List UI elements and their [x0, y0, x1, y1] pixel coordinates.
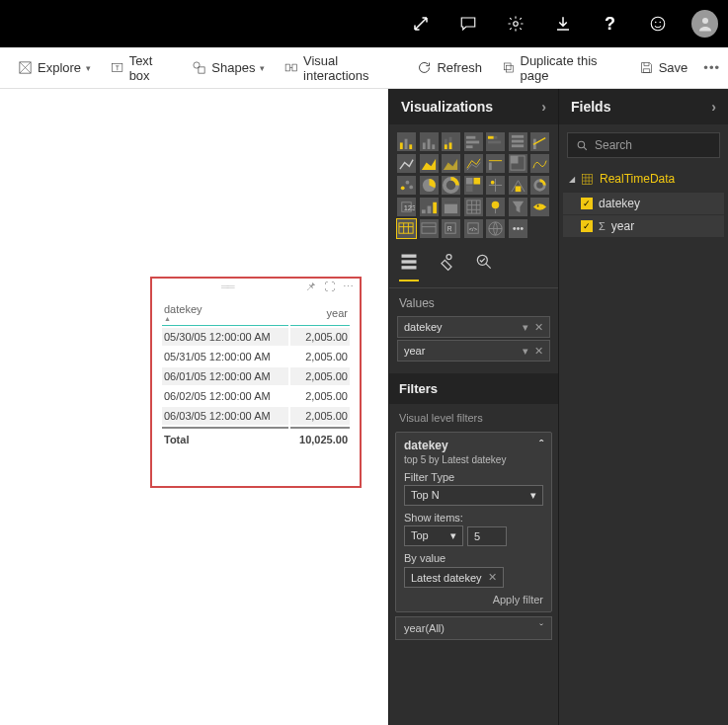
viz-type-icon[interactable] [464, 198, 483, 216]
viz-type-icon[interactable] [509, 219, 527, 238]
viz-type-icon[interactable] [530, 176, 549, 195]
svg-text:R: R [447, 225, 452, 232]
report-canvas[interactable]: ══ 📌︎ ⛶ ⋯ datekey▲ year 05/30/05 12:00:0… [0, 89, 388, 725]
viz-type-icon[interactable] [509, 154, 527, 173]
viz-type-icon[interactable] [420, 176, 439, 195]
filter-card-year[interactable]: year(All)ˇ [395, 616, 552, 640]
drag-handle-icon[interactable]: ══ [221, 281, 233, 292]
value-field-datekey[interactable]: datekey▾ ✕ [397, 316, 550, 338]
svg-rect-11 [504, 63, 511, 70]
viz-type-icon[interactable] [486, 154, 505, 173]
viz-type-icon[interactable] [509, 176, 527, 195]
fields-tab[interactable] [399, 252, 419, 282]
save-button[interactable]: Save [629, 60, 698, 75]
count-input[interactable]: 5 [467, 526, 507, 546]
svg-rect-20 [445, 144, 447, 149]
chat-icon[interactable] [444, 0, 491, 47]
textbox-button[interactable]: Text box [101, 53, 182, 83]
svg-rect-24 [466, 141, 479, 144]
viz-type-icon[interactable] [530, 198, 549, 216]
viz-type-icon[interactable] [486, 219, 505, 238]
by-value-chip[interactable]: Latest datekey✕ [404, 567, 504, 588]
viz-type-icon[interactable] [397, 176, 416, 195]
viz-type-icon[interactable] [486, 132, 505, 151]
viz-type-icon[interactable]: R [442, 219, 460, 238]
format-tab[interactable] [437, 252, 456, 282]
settings-icon[interactable] [491, 0, 538, 47]
refresh-label: Refresh [437, 60, 482, 75]
visual-interactions-button[interactable]: Visual interactions [275, 53, 407, 83]
visual-more-icon[interactable]: ⋯ [343, 281, 354, 293]
table-row[interactable]: 06/02/05 12:00:00 AM2,005.00 [162, 387, 350, 405]
viz-type-icon[interactable] [486, 198, 505, 216]
values-label: Values [389, 288, 558, 314]
svg-rect-51 [433, 202, 437, 213]
collapse-icon[interactable]: › [541, 99, 546, 115]
viz-type-icon[interactable] [397, 154, 416, 173]
viz-type-icon[interactable] [420, 132, 439, 151]
viz-type-icon[interactable] [464, 154, 483, 173]
viz-type-icon[interactable] [442, 154, 460, 173]
filter-type-select[interactable]: Top N▾ [404, 485, 543, 506]
checkbox-icon[interactable]: ✓ [581, 220, 593, 232]
table-row[interactable]: 06/03/05 12:00:00 AM2,005.00 [162, 407, 350, 425]
table-row[interactable]: 05/31/05 12:00:00 AM2,005.00 [162, 348, 350, 365]
viz-type-icon[interactable]: 123 [397, 198, 416, 216]
refresh-button[interactable]: Refresh [407, 60, 492, 75]
table-row[interactable]: 06/01/05 12:00:00 AM2,005.00 [162, 367, 350, 385]
viz-type-icon[interactable] [530, 132, 549, 151]
viz-type-icon[interactable] [420, 198, 439, 216]
shapes-button[interactable]: Shapes▾ [182, 60, 275, 75]
field-item[interactable]: ✓datekey [563, 193, 724, 214]
collapse-filter-icon[interactable]: ˆ [539, 439, 543, 452]
collapse-icon[interactable]: › [711, 99, 716, 115]
viz-type-icon[interactable] [509, 132, 527, 151]
svg-rect-30 [512, 140, 524, 143]
field-item[interactable]: ✓Σyear [563, 215, 724, 237]
feedback-icon[interactable] [633, 0, 681, 47]
viz-type-icon[interactable] [397, 132, 416, 151]
analytics-tab[interactable] [474, 252, 494, 282]
svg-rect-27 [488, 136, 494, 139]
viz-type-icon[interactable] [420, 154, 439, 173]
value-field-year[interactable]: year▾ ✕ [397, 340, 550, 362]
viz-type-icon[interactable] [464, 176, 483, 195]
focus-icon[interactable]: ⛶ [324, 281, 335, 292]
expand-icon[interactable] [396, 0, 444, 47]
direction-select[interactable]: Top▾ [404, 525, 463, 546]
search-input[interactable]: Search [567, 132, 720, 158]
avatar-icon[interactable] [681, 0, 728, 47]
filter-summary: top 5 by Latest datekey [404, 454, 543, 465]
svg-rect-15 [409, 144, 412, 149]
svg-point-55 [492, 201, 500, 209]
search-placeholder: Search [595, 138, 632, 152]
textbox-label: Text box [129, 53, 173, 83]
toolbar-more-icon[interactable]: ••• [703, 60, 720, 75]
download-icon[interactable] [538, 0, 586, 47]
viz-type-icon[interactable] [442, 132, 460, 151]
viz-type-icon[interactable] [420, 219, 439, 238]
viz-type-icon[interactable] [442, 198, 460, 216]
duplicate-button[interactable]: Duplicate this page [492, 53, 629, 83]
viz-type-icon[interactable] [486, 176, 505, 195]
explore-button[interactable]: Explore▾ [8, 60, 101, 75]
viz-type-icon[interactable] [442, 176, 460, 195]
viz-type-icon[interactable] [464, 132, 483, 151]
svg-rect-54 [467, 201, 480, 213]
col-header-year[interactable]: year [290, 300, 350, 326]
svg-rect-33 [489, 163, 492, 171]
table-row[interactable]: 05/30/05 12:00:00 AM2,005.00 [162, 328, 350, 346]
data-table: datekey▲ year 05/30/05 12:00:00 AM2,005.… [152, 294, 360, 454]
table-visual[interactable]: ══ 📌︎ ⛶ ⋯ datekey▲ year 05/30/05 12:00:0… [150, 277, 362, 488]
pin-icon[interactable]: 📌︎ [305, 281, 316, 292]
help-icon[interactable]: ? [586, 0, 633, 47]
apply-filter-button[interactable]: Apply filter [404, 594, 543, 605]
viz-type-icon[interactable] [530, 154, 549, 173]
checkbox-icon[interactable]: ✓ [581, 198, 593, 209]
table-realtimedata[interactable]: ◢ RealTimeData [559, 166, 728, 192]
viz-type-icon[interactable] [397, 219, 416, 238]
viz-type-icon[interactable] [509, 198, 527, 216]
viz-type-icon[interactable]: </> [464, 219, 483, 238]
col-header-datekey[interactable]: datekey▲ [162, 300, 288, 326]
svg-text:</>: </> [468, 226, 477, 232]
